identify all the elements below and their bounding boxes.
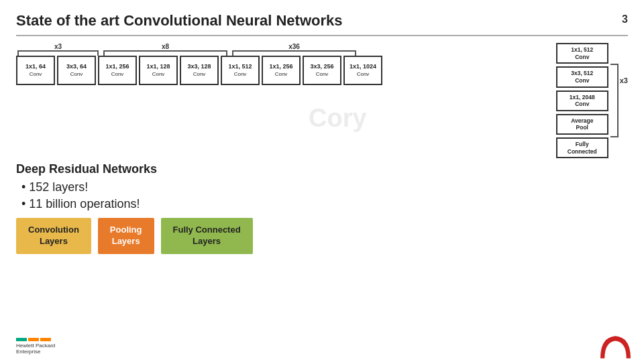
conv-blocks-row: 1x1, 64 Conv 3x3, 64 Conv 1x1, 256 Conv … — [16, 56, 551, 85]
conv-block-8: 1x1, 1024 Conv — [343, 56, 382, 85]
conv-block-2: 1x1, 256 Conv — [98, 56, 137, 85]
brace-x36: x36 — [232, 43, 356, 56]
legend-pooling: PoolingLayers — [98, 218, 154, 254]
brace-x3: x3 — [17, 43, 99, 56]
architecture-diagram: x3 x8 x36 1x1, 64 — [16, 43, 628, 158]
divider — [16, 35, 628, 36]
slide-title: State of the art Convolutional Neural Ne… — [16, 12, 343, 29]
legend-fully-connected: Fully ConnectedLayers — [161, 218, 253, 254]
conv-block-1: 3x3, 64 Conv — [57, 56, 96, 85]
hpe-logo: Hewlett PackardEnterprise — [16, 338, 55, 355]
conv-block-3: 1x1, 128 Conv — [139, 56, 178, 85]
main-arch: x3 x8 x36 1x1, 64 — [16, 43, 551, 85]
svg-text:UTAH ARCH: UTAH ARCH — [598, 361, 623, 362]
right-arch: 1x1, 512 Conv 3x3, 512 Conv 1x1, 2048 Co… — [556, 43, 628, 158]
right-block-2: 1x1, 2048 Conv — [556, 90, 608, 111]
conv-block-0: 1x1, 64 Conv — [16, 56, 55, 85]
legend-convolution: ConvolutionLayers — [16, 218, 91, 254]
utah-arch-logo: UTAH ARCH — [597, 331, 631, 358]
bullet-2: • 11 billion operations! — [21, 197, 628, 211]
brace-x8: x8 — [103, 43, 227, 56]
footer: Hewlett PackardEnterprise — [16, 338, 55, 355]
right-blocks-stack: 1x1, 512 Conv 3x3, 512 Conv 1x1, 2048 Co… — [556, 43, 608, 158]
section-title: Deep Residual Networks — [16, 162, 628, 176]
conv-block-7: 3x3, 256 Conv — [303, 56, 341, 85]
legend-row: ConvolutionLayers PoolingLayers Fully Co… — [16, 218, 628, 254]
hpe-bars — [16, 338, 55, 341]
content-area: Deep Residual Networks • 152 layers! • 1… — [16, 162, 628, 254]
hpe-text: Hewlett PackardEnterprise — [16, 343, 55, 355]
page-number: 3 — [622, 13, 628, 25]
right-block-1: 3x3, 512 Conv — [556, 66, 608, 87]
right-block-0: 1x1, 512 Conv — [556, 43, 608, 64]
hpe-bar-orange — [28, 338, 39, 341]
hpe-bar-green — [16, 338, 27, 341]
right-block-fc: Fully Connected — [556, 137, 608, 158]
right-block-avg: Average Pool — [556, 114, 608, 135]
right-x3-label: x3 — [620, 76, 628, 84]
conv-block-5: 1x1, 512 Conv — [221, 56, 260, 85]
header: State of the art Convolutional Neural Ne… — [16, 12, 628, 29]
bullet-1: • 152 layers! — [21, 180, 628, 194]
slide: State of the art Convolutional Neural Ne… — [0, 0, 644, 362]
hpe-bar-orange2 — [40, 338, 51, 341]
conv-block-4: 3x3, 128 Conv — [180, 56, 219, 85]
conv-block-6: 1x1, 256 Conv — [262, 56, 301, 85]
